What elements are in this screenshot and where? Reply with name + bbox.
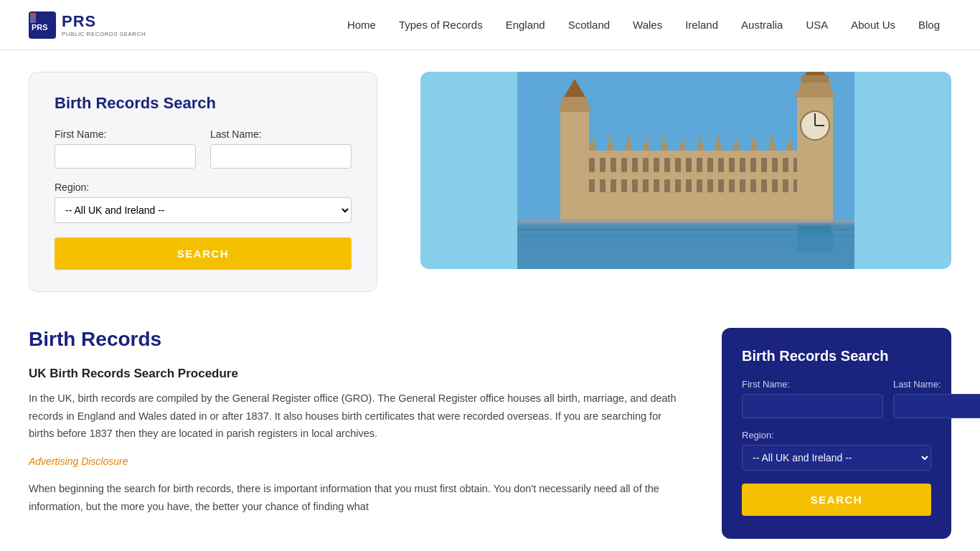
svg-rect-20 xyxy=(675,158,681,172)
svg-rect-3 xyxy=(30,13,36,17)
svg-rect-28 xyxy=(761,158,767,172)
site-logo[interactable]: PRS PRS PUBLIC RECORDS SEARCH xyxy=(29,11,146,39)
logo-subtitle: PUBLIC RECORDS SEARCH xyxy=(62,31,146,37)
svg-rect-38 xyxy=(632,179,638,192)
nav-item-australia[interactable]: Australia xyxy=(730,19,794,31)
svg-rect-41 xyxy=(664,179,670,192)
svg-rect-82 xyxy=(517,219,854,225)
svg-rect-77 xyxy=(559,106,590,112)
sidebar-name-row: First Name: Last Name: xyxy=(742,379,931,418)
sidebar-search-button[interactable]: SEARCH xyxy=(742,484,931,516)
nav-item-england[interactable]: England xyxy=(494,19,557,31)
svg-rect-29 xyxy=(772,158,778,172)
svg-rect-78 xyxy=(562,97,588,107)
svg-rect-76 xyxy=(560,108,589,222)
svg-rect-19 xyxy=(664,158,670,172)
article-title: Birth Records xyxy=(29,328,679,351)
svg-rect-52 xyxy=(783,179,788,192)
top-search-card-title: Birth Records Search xyxy=(55,94,352,113)
svg-rect-72 xyxy=(799,83,831,93)
article-section: Birth Records UK Birth Records Search Pr… xyxy=(29,328,679,528)
svg-rect-44 xyxy=(697,179,702,192)
svg-rect-43 xyxy=(686,179,692,192)
navbar: PRS PRS PUBLIC RECORDS SEARCH Home Types… xyxy=(0,0,980,50)
nav-link-usa[interactable]: USA xyxy=(794,19,839,31)
nav-links: Home Types of Records England Scotland W… xyxy=(336,19,951,31)
svg-rect-30 xyxy=(783,158,788,172)
nav-item-scotland[interactable]: Scotland xyxy=(557,19,621,31)
svg-rect-17 xyxy=(643,158,649,172)
sidebar-first-name-label: First Name: xyxy=(742,379,883,390)
nav-link-ireland[interactable]: Ireland xyxy=(674,19,730,31)
sidebar-last-name-input[interactable] xyxy=(893,394,980,418)
top-last-name-group: Last Name: xyxy=(210,128,352,169)
nav-link-australia[interactable]: Australia xyxy=(730,19,794,31)
svg-rect-26 xyxy=(740,158,745,172)
svg-rect-81 xyxy=(799,226,831,233)
svg-rect-36 xyxy=(611,179,616,192)
top-search-name-row: First Name: Last Name: xyxy=(55,128,352,169)
svg-rect-22 xyxy=(697,158,702,172)
nav-item-home[interactable]: Home xyxy=(336,19,387,31)
svg-rect-16 xyxy=(632,158,638,172)
top-region-select[interactable]: -- All UK and Ireland -- England Scotlan… xyxy=(55,197,352,223)
top-search-card: Birth Records Search First Name: Last Na… xyxy=(29,72,377,292)
sidebar-first-name-input[interactable] xyxy=(742,394,883,418)
top-search-button[interactable]: SEARCH xyxy=(55,237,352,270)
sidebar-last-name-group: Last Name: xyxy=(893,379,980,418)
svg-rect-34 xyxy=(589,179,595,192)
main-container: Birth Records Search First Name: Last Na… xyxy=(0,50,980,551)
nav-item-blog[interactable]: Blog xyxy=(907,19,951,31)
sidebar-last-name-label: Last Name: xyxy=(893,379,980,390)
nav-link-home[interactable]: Home xyxy=(336,19,387,31)
svg-text:PRS: PRS xyxy=(32,23,48,32)
top-region-group: Region: -- All UK and Ireland -- England… xyxy=(55,182,352,223)
svg-rect-51 xyxy=(772,179,778,192)
svg-rect-35 xyxy=(600,179,606,192)
svg-rect-45 xyxy=(707,179,713,192)
svg-rect-21 xyxy=(686,158,692,172)
nav-link-scotland[interactable]: Scotland xyxy=(557,19,621,31)
svg-rect-42 xyxy=(675,179,681,192)
top-first-name-group: First Name: xyxy=(55,128,196,169)
sidebar-region-group: Region: -- All UK and Ireland -- England… xyxy=(742,430,931,471)
top-last-name-input[interactable] xyxy=(210,144,352,169)
svg-rect-46 xyxy=(718,179,724,192)
svg-rect-13 xyxy=(600,158,606,172)
svg-rect-50 xyxy=(761,179,767,192)
bottom-section: Birth Records UK Birth Records Search Pr… xyxy=(29,328,951,539)
svg-rect-39 xyxy=(643,179,649,192)
nav-item-types-of-records[interactable]: Types of Records xyxy=(387,19,494,31)
article-body-1: In the UK, birth records are compiled by… xyxy=(29,390,679,443)
nav-link-blog[interactable]: Blog xyxy=(907,19,951,31)
top-first-name-label: First Name: xyxy=(55,128,196,140)
svg-rect-15 xyxy=(621,158,627,172)
hero-svg xyxy=(420,72,951,269)
nav-link-about-us[interactable]: About Us xyxy=(839,19,907,31)
advertising-disclosure-link[interactable]: Advertising Disclosure xyxy=(29,456,679,467)
nav-link-england[interactable]: England xyxy=(494,19,557,31)
nav-link-types-of-records[interactable]: Types of Records xyxy=(387,19,494,31)
nav-item-ireland[interactable]: Ireland xyxy=(674,19,730,31)
top-first-name-input[interactable] xyxy=(55,144,196,169)
svg-rect-23 xyxy=(707,158,713,172)
logo-icon: PRS xyxy=(29,11,56,39)
sidebar-region-label: Region: xyxy=(742,430,931,441)
nav-item-wales[interactable]: Wales xyxy=(621,19,674,31)
svg-rect-24 xyxy=(718,158,724,172)
svg-rect-47 xyxy=(729,179,735,192)
svg-rect-12 xyxy=(589,158,595,172)
nav-item-usa[interactable]: USA xyxy=(794,19,839,31)
top-section: Birth Records Search First Name: Last Na… xyxy=(29,72,951,292)
sidebar-region-select[interactable]: -- All UK and Ireland -- England Scotlan… xyxy=(742,445,931,471)
article-body-2: When beginning the search for birth reco… xyxy=(29,480,679,515)
top-last-name-label: Last Name: xyxy=(210,128,352,140)
sidebar-search-card: Birth Records Search First Name: Last Na… xyxy=(722,328,951,539)
svg-rect-48 xyxy=(740,179,745,192)
top-region-label: Region: xyxy=(55,182,352,193)
svg-rect-27 xyxy=(750,158,756,172)
svg-rect-25 xyxy=(729,158,735,172)
svg-rect-14 xyxy=(611,158,616,172)
nav-item-about-us[interactable]: About Us xyxy=(839,19,907,31)
nav-link-wales[interactable]: Wales xyxy=(621,19,674,31)
